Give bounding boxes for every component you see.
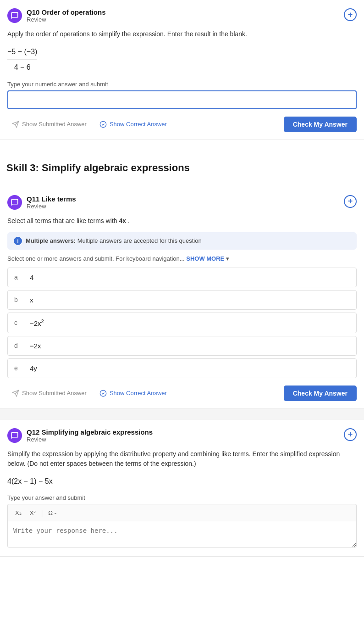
q10-title: Q10 Order of operations [27,8,106,16]
q12-input-label: Type your answer and submit [7,494,357,501]
q10-subtitle: Review [27,16,106,23]
q12-superscript-button[interactable]: X² [27,508,39,518]
q11-choice-a[interactable]: a 4 [7,268,357,287]
q11-choice-d[interactable]: d −2x [7,336,357,356]
q11-choice-b[interactable]: b x [7,290,357,310]
q11-show-submitted-label: Show Submitted Answer [22,390,87,397]
q10-instruction: Apply the order of operations to simplif… [7,29,357,39]
q10-actions-left: Show Submitted Answer Show Correct Answe… [7,118,171,131]
q11-label-e: e [14,364,22,372]
q12-title: Q12 Simplifying algebraic expressions [27,428,153,436]
q12-chat-icon [11,431,19,440]
q11-label-c: c [14,319,22,326]
q10-actions: Show Submitted Answer Show Correct Answe… [7,117,357,132]
q11-plus-button[interactable]: + [344,195,357,208]
q12-omega-button[interactable]: Ω - [45,508,59,518]
q11-header-left: Q11 Like terms Review [7,195,76,210]
q10-header-left: Q10 Order of operations Review [7,8,106,23]
svg-point-1 [100,390,106,396]
q12-subtitle: Review [27,436,153,443]
q11-content-c: −2x2 [30,318,44,327]
q11-content-b: x [30,296,33,304]
q10-input-label: Type your numeric answer and submit [7,81,357,88]
q12-card: Q12 Simplifying algebraic expressions Re… [0,420,364,557]
q11-choice-e[interactable]: e 4y [7,358,357,378]
q10-denominator: 4 − 6 [7,60,37,74]
q11-title-block: Q11 Like terms Review [27,195,76,210]
q12-instruction: Simplify the expression by applying the … [7,449,357,469]
q11-show-correct-label: Show Correct Answer [110,390,167,397]
q11-label-a: a [14,274,22,281]
q11-info-banner: i Multiple answers: Multiple answers are… [7,232,357,250]
q12-header-left: Q12 Simplifying algebraic expressions Re… [7,428,153,443]
q11-show-submitted-button[interactable]: Show Submitted Answer [7,387,91,400]
q12-plus-button[interactable]: + [344,428,357,441]
q12-avatar [7,428,22,443]
q11-actions-left: Show Submitted Answer Show Correct Answe… [7,387,171,400]
q10-title-block: Q10 Order of operations Review [27,8,106,23]
q11-subtitle: Review [27,203,76,210]
q12-answer-input[interactable] [7,521,357,548]
q10-show-submitted-label: Show Submitted Answer [22,121,87,128]
q12-toolbar-separator: | [41,509,43,517]
q12-subscript-button[interactable]: X₂ [12,508,24,518]
q11-instruction: Select all terms that are like terms wit… [7,216,357,226]
section-divider [0,409,364,420]
skill3-title: Skill 3: Simplify algebraic expressions [6,149,357,182]
q11-show-more-link[interactable]: SHOW MORE [186,255,224,262]
q11-content-e: 4y [30,364,37,372]
q11-content-d: −2x [30,342,41,350]
q10-show-correct-label: Show Correct Answer [110,121,167,128]
q11-label-d: d [14,342,22,349]
q11-nav-text: Select one or more answers and submit. F… [7,255,357,262]
q11-instruction-term: 4x [119,217,127,224]
q11-show-correct-button[interactable]: Show Correct Answer [95,387,171,400]
q10-expression: −5 − (−3) 4 − 6 [7,45,357,74]
svg-point-0 [100,121,106,127]
q11-instruction-part2: . [128,217,130,224]
q11-content-a: 4 [30,274,33,281]
q11-header: Q11 Like terms Review + [7,195,357,210]
chat-icon [11,11,19,20]
check-circle-icon [99,121,107,128]
q10-card: Q10 Order of operations Review + Apply t… [0,0,364,140]
info-icon: i [14,237,22,245]
q10-plus-button[interactable]: + [344,8,357,21]
q10-fraction: −5 − (−3) 4 − 6 [7,45,37,74]
q10-header: Q10 Order of operations Review + [7,8,357,23]
q10-answer-input[interactable] [7,90,357,109]
q10-numerator: −5 − (−3) [7,45,37,60]
q11-chat-icon [11,198,19,207]
q10-show-submitted-button[interactable]: Show Submitted Answer [7,118,91,131]
q11-label-b: b [14,296,22,303]
q11-check-circle-icon [99,390,107,397]
q12-header: Q12 Simplifying algebraic expressions Re… [7,428,357,443]
q10-check-button[interactable]: Check My Answer [284,117,357,132]
q11-instruction-part1: Select all terms that are like terms wit… [7,217,117,224]
q11-choice-c[interactable]: c −2x2 [7,313,357,333]
skill3-section: Skill 3: Simplify algebraic expressions [0,140,364,187]
q11-chevron-icon: ▾ [226,255,229,262]
q12-toolbar: X₂ X² | Ω - [7,504,357,521]
q10-show-correct-button[interactable]: Show Correct Answer [95,118,171,131]
q11-actions: Show Submitted Answer Show Correct Answe… [7,386,357,401]
q11-info-label: Multiple answers: Multiple answers are a… [26,237,202,244]
q12-expression: 4(2x − 1) − 5x [7,475,357,488]
q11-card: Q11 Like terms Review + Select all terms… [0,187,364,409]
q11-plane-icon [12,390,19,397]
q12-title-block: Q12 Simplifying algebraic expressions Re… [27,428,153,443]
q11-title: Q11 Like terms [27,195,76,203]
q11-avatar [7,195,22,210]
q11-choices: a 4 b x c −2x2 d −2x e 4y [7,268,357,378]
plane-icon [12,121,19,128]
q10-avatar [7,8,22,23]
q11-check-button[interactable]: Check My Answer [284,386,357,401]
